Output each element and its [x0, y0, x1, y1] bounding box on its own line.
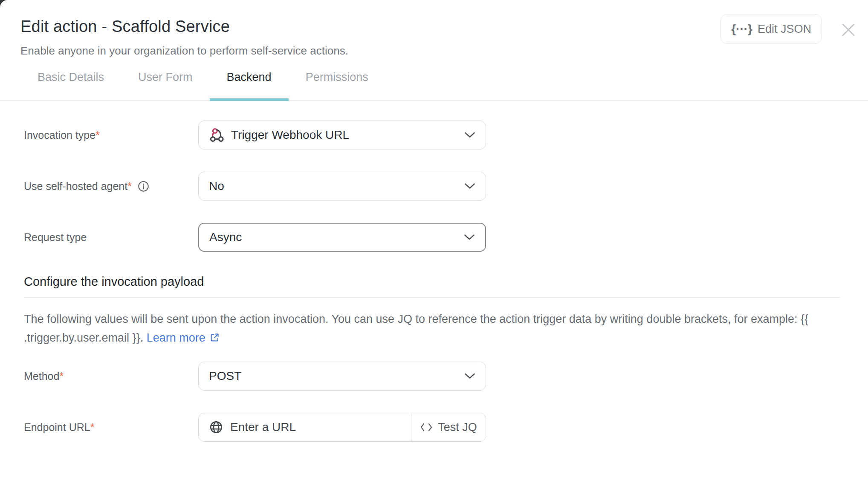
self-hosted-agent-select[interactable]: No: [198, 172, 486, 201]
invocation-type-value: Trigger Webhook URL: [231, 128, 349, 142]
edit-json-label: Edit JSON: [758, 23, 811, 36]
learn-more-link[interactable]: Learn more: [147, 331, 220, 344]
request-type-label: Request type: [24, 231, 87, 244]
required-asterisk: *: [59, 370, 64, 382]
close-button[interactable]: [839, 20, 858, 39]
webhook-icon: [209, 127, 224, 143]
code-brackets-icon: [420, 423, 433, 432]
field-row-self-hosted-agent: Use self-hosted agent* No: [24, 172, 868, 201]
info-icon[interactable]: [138, 181, 149, 192]
page-subtitle: Enable anyone in your organization to pe…: [20, 43, 848, 58]
edit-action-modal: Edit action - Scaffold Service Enable an…: [0, 0, 868, 483]
chevron-down-icon: [464, 132, 475, 138]
self-hosted-agent-value: No: [209, 179, 224, 193]
field-row-endpoint-url: Endpoint URL*: [24, 413, 868, 442]
tab-backend[interactable]: Backend: [210, 71, 289, 100]
self-hosted-agent-label: Use self-hosted agent*: [24, 180, 132, 193]
field-row-request-type: Request type Async: [24, 223, 868, 252]
chevron-down-icon: [464, 373, 475, 380]
invocation-type-select[interactable]: Trigger Webhook URL: [198, 121, 486, 150]
field-row-method: Method* POST: [24, 362, 868, 391]
method-value: POST: [209, 369, 241, 383]
chevron-down-icon: [464, 234, 475, 241]
section-divider: [24, 297, 840, 298]
tab-basic-details[interactable]: Basic Details: [20, 71, 121, 100]
close-icon: [841, 23, 856, 37]
test-jq-button[interactable]: Test JQ: [411, 413, 486, 441]
modal-header: Edit action - Scaffold Service Enable an…: [0, 0, 868, 58]
tab-permissions[interactable]: Permissions: [289, 71, 385, 100]
tab-user-form[interactable]: User Form: [121, 71, 210, 100]
method-select[interactable]: POST: [198, 362, 486, 391]
endpoint-url-input[interactable]: [230, 420, 402, 434]
endpoint-url-label: Endpoint URL*: [24, 421, 94, 434]
chevron-down-icon: [464, 183, 475, 190]
required-asterisk: *: [90, 421, 95, 433]
request-type-select[interactable]: Async: [198, 223, 486, 252]
method-label: Method*: [24, 370, 64, 382]
payload-section-heading: Configure the invocation payload: [24, 274, 868, 289]
edit-json-button[interactable]: {···} Edit JSON: [720, 14, 822, 44]
test-jq-label: Test JQ: [438, 421, 477, 434]
field-row-invocation-type: Invocation type*: [24, 121, 868, 150]
backend-form: Invocation type*: [0, 101, 868, 481]
invocation-type-label: Invocation type*: [24, 129, 100, 141]
tab-bar: Basic Details User Form Backend Permissi…: [0, 71, 868, 101]
required-asterisk: *: [95, 129, 100, 141]
external-link-icon: [209, 330, 220, 349]
payload-section-description: The following values will be sent upon t…: [24, 310, 815, 349]
request-type-value: Async: [209, 230, 242, 244]
curly-braces-icon: {···}: [731, 22, 752, 36]
endpoint-url-group: Test JQ: [198, 413, 486, 442]
globe-icon: [209, 420, 223, 434]
required-asterisk: *: [127, 180, 132, 192]
